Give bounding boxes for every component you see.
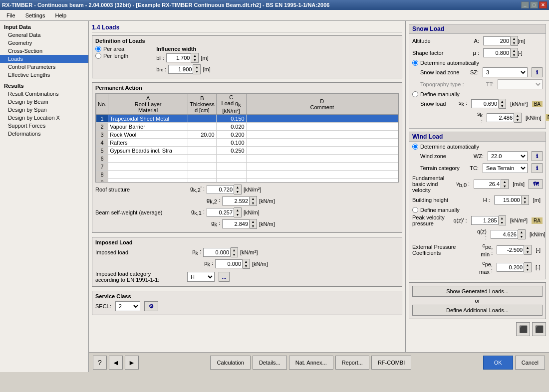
terrain-select[interactable]: Sea TerrainOpen TerrainSuburbanUrban [483,163,528,173]
cpe-max-spinner[interactable]: ▲ ▼ [497,262,532,272]
building-height-spinner[interactable]: ▲ ▼ [494,195,529,205]
cpe-min-up[interactable]: ▲ [524,245,531,250]
b-re-spinner[interactable]: 1.900 ▲ ▼ [168,64,201,74]
qz-spinner[interactable]: ▲ ▼ [491,229,526,239]
gk-spinner[interactable]: ▲ ▼ [222,219,257,229]
cpe-max-down[interactable]: ▼ [524,267,531,272]
gk2-prime-spinner[interactable]: ▲ ▼ [207,185,242,195]
radio-per-area[interactable] [95,46,101,52]
shape-factor-up[interactable]: ▲ [511,48,518,53]
qz-prime-up[interactable]: ▲ [499,216,506,220]
sk2-input[interactable] [487,113,514,122]
cpe-min-spinner[interactable]: ▲ ▼ [497,245,532,255]
table-row[interactable]: 7 [96,163,398,171]
minimize-button[interactable]: _ [521,1,529,8]
radio-per-length[interactable] [95,53,101,59]
cpe-max-up[interactable]: ▲ [524,263,531,267]
fund-wind-spinner[interactable]: ▲ ▼ [474,179,509,189]
snow-zone-select[interactable]: 31245 [483,67,528,77]
gk2-down[interactable]: ▼ [250,201,257,205]
sk2-down[interactable]: ▼ [514,118,521,122]
table-row[interactable]: 5Gypsum Boards incl. Stra0.250 [96,147,398,155]
sidebar-item-loads[interactable]: Loads [0,55,88,63]
icon-btn-1[interactable]: ⬛ [516,322,530,336]
wind-manual-radio[interactable] [412,207,418,213]
gk2-up[interactable]: ▲ [250,196,257,201]
details-button[interactable]: Details... [253,356,287,370]
sidebar-item-cross-section[interactable]: Cross-Section [0,47,88,55]
pk2-up[interactable]: ▲ [243,259,250,264]
sidebar-item-general-data[interactable]: General Data [0,31,88,39]
sidebar-item-geometry[interactable]: Geometry [0,39,88,47]
gk2-prime-up[interactable]: ▲ [234,185,241,190]
fund-wind-up[interactable]: ▲ [501,180,508,184]
gk-up[interactable]: ▲ [250,219,257,224]
pk2-down[interactable]: ▼ [243,264,250,268]
pk1-up[interactable]: ▲ [231,248,238,252]
altitude-down[interactable]: ▼ [511,41,518,45]
sidebar-item-control-parameters[interactable]: Control Parameters [0,63,88,71]
terrain-info[interactable]: ℹ [532,163,543,173]
gk1-spinner[interactable]: ▲ ▼ [207,207,242,217]
gk1-down[interactable]: ▼ [234,212,241,217]
sidebar-item-design-by-span[interactable]: Design by Span [0,106,88,114]
building-height-input[interactable] [494,196,522,204]
help-icon-button[interactable]: ? [93,356,107,370]
sk2-spinner[interactable]: ▲ ▼ [487,113,522,123]
qz-prime-input[interactable] [471,216,499,225]
gk1-input[interactable] [207,208,234,217]
sidebar-item-support-forces[interactable]: Support Forces [0,122,88,130]
table-row[interactable]: 3Rock Wool20.000.200 [96,131,398,139]
b-re-up[interactable]: ▲ [193,65,200,69]
qz-down[interactable]: ▼ [518,234,525,239]
sk1-up[interactable]: ▲ [499,99,506,104]
menu-settings[interactable]: Settings [21,11,50,20]
snow-manual-radio[interactable] [412,91,418,97]
wind-zone-select[interactable]: 22.01234 [488,151,528,161]
report-button[interactable]: Report... [335,356,369,370]
sidebar-item-effective-lengths[interactable]: Effective Lengths [0,71,88,79]
sk1-input[interactable] [471,99,499,108]
qz-prime-spinner[interactable]: ▲ ▼ [471,215,506,225]
snow-zone-info[interactable]: ℹ [532,67,543,77]
forward-button[interactable]: ► [125,356,139,370]
fund-wind-down[interactable]: ▼ [501,184,508,189]
table-row[interactable]: 2Vapour Barrier0.020 [96,123,398,131]
pk2-spinner[interactable]: ▲ ▼ [215,259,250,269]
sk1-spinner[interactable]: ▲ ▼ [471,99,506,109]
table-row[interactable]: 6 [96,155,398,163]
category-select[interactable]: H ABC DEFG [187,272,215,282]
gk2-spinner[interactable]: ▲ ▼ [222,196,257,206]
altitude-input[interactable] [483,36,511,45]
b-ii-spinner[interactable]: 1.700 ▲ ▼ [166,53,199,63]
pk1-down[interactable]: ▼ [231,252,238,257]
b-ii-up[interactable]: ▲ [191,53,198,58]
table-row[interactable]: 4Rafters0.100 [96,139,398,147]
gk-input[interactable] [222,219,250,228]
back-button[interactable]: ◄ [109,356,123,370]
pk1-spinner[interactable]: ▲ ▼ [203,247,238,257]
cancel-button[interactable]: Cancel [515,356,545,370]
qz-prime-down[interactable]: ▼ [499,220,506,225]
table-row[interactable]: 1Trapezoidal Sheet Metal0.150 [96,115,398,123]
wind-auto-radio[interactable] [412,144,418,150]
calculation-button[interactable]: Calculation [210,356,250,370]
cpe-max-input[interactable] [497,263,524,272]
sidebar-item-design-by-location-x[interactable]: Design by Location X [0,114,88,122]
cpe-min-down[interactable]: ▼ [524,250,531,254]
qz-input[interactable] [491,230,518,239]
wind-zone-info[interactable]: ℹ [532,151,543,161]
building-height-down[interactable]: ▼ [522,200,529,204]
fund-wind-map-btn[interactable]: 🗺 [529,179,543,189]
table-row[interactable]: 8 [96,171,398,179]
icon-btn-2[interactable]: ⬛ [532,322,546,336]
shape-factor-spinner[interactable]: ▲ ▼ [483,48,516,58]
rf-combi-button[interactable]: RF-COMBI [371,356,411,370]
qz-up[interactable]: ▲ [518,230,525,234]
b-ii-down[interactable]: ▼ [191,58,198,62]
show-generated-loads-button[interactable]: Show Generated Loads... [412,286,543,297]
fund-wind-input[interactable] [474,180,501,189]
maximize-button[interactable]: □ [530,1,538,8]
shape-factor-input[interactable] [483,48,511,57]
define-additional-loads-button[interactable]: Define Additional Loads... [412,305,543,316]
